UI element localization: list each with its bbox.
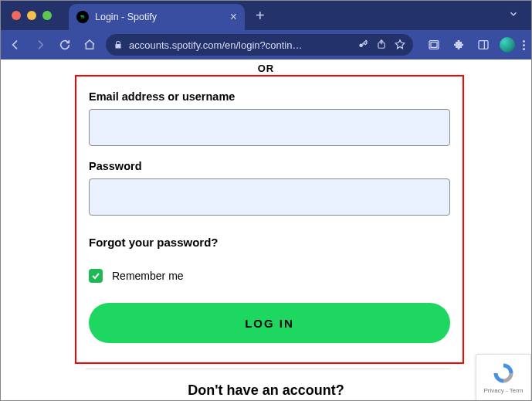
maximize-window-button[interactable] <box>42 11 52 20</box>
divider-line <box>86 369 450 369</box>
spotify-favicon <box>76 11 89 23</box>
browser-toolbar: accounts.spotify.com/en/login?contin… <box>1 30 531 59</box>
login-form-highlight: Email address or username Password Forgo… <box>75 75 464 364</box>
divider-or: OR <box>1 63 531 74</box>
star-icon[interactable] <box>395 39 405 52</box>
home-button[interactable] <box>81 36 98 53</box>
window-titlebar: Login - Spotify × + <box>1 1 531 30</box>
share-icon[interactable] <box>376 39 387 52</box>
lock-icon <box>114 40 123 49</box>
reader-icon[interactable] <box>425 36 442 53</box>
minimize-window-button[interactable] <box>27 11 36 20</box>
email-input[interactable] <box>89 109 450 146</box>
address-bar[interactable]: accounts.spotify.com/en/login?contin… <box>106 34 413 56</box>
svg-marker-2 <box>395 39 405 48</box>
browser-tab[interactable]: Login - Spotify × <box>69 4 245 30</box>
svg-point-0 <box>359 43 363 47</box>
panel-icon[interactable] <box>475 36 492 53</box>
profile-avatar[interactable] <box>500 37 515 53</box>
email-label: Email address or username <box>89 90 450 103</box>
key-icon[interactable] <box>357 39 368 52</box>
window-controls <box>12 11 52 20</box>
remember-checkbox[interactable] <box>89 269 103 283</box>
close-tab-button[interactable]: × <box>230 10 237 24</box>
forward-button[interactable] <box>32 36 49 53</box>
url-text: accounts.spotify.com/en/login?contin… <box>129 39 351 51</box>
extensions-icon[interactable] <box>450 36 467 53</box>
menu-button[interactable] <box>523 40 525 50</box>
page-content: OR Email address or username Password Fo… <box>1 59 531 401</box>
close-window-button[interactable] <box>12 11 21 20</box>
no-account-heading: Don't have an account? <box>1 382 531 399</box>
new-tab-button[interactable]: + <box>256 7 265 25</box>
remember-me-row[interactable]: Remember me <box>89 269 450 283</box>
recaptcha-legal: Privacy - Term <box>484 387 524 394</box>
password-label: Password <box>89 160 450 172</box>
remember-label: Remember me <box>112 270 184 282</box>
back-button[interactable] <box>7 36 24 53</box>
svg-rect-4 <box>431 42 437 48</box>
recaptcha-icon <box>492 362 515 385</box>
forgot-password-link[interactable]: Forgot your password? <box>89 236 450 249</box>
tab-overflow-button[interactable] <box>508 8 519 22</box>
login-button[interactable]: LOG IN <box>89 303 450 343</box>
password-input[interactable] <box>89 178 450 216</box>
tab-title: Login - Spotify <box>95 12 224 22</box>
reload-button[interactable] <box>56 36 73 53</box>
recaptcha-badge[interactable]: Privacy - Term <box>476 354 531 401</box>
svg-rect-5 <box>479 41 488 49</box>
